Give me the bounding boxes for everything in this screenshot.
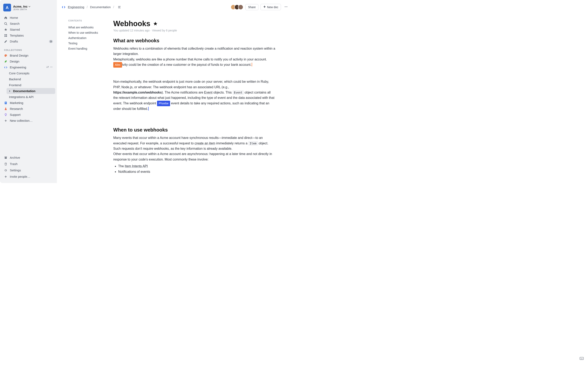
leaf-icon bbox=[4, 60, 8, 63]
sort-icon[interactable] bbox=[46, 66, 49, 69]
event-link[interactable]: Event bbox=[204, 91, 212, 94]
svg-rect-19 bbox=[5, 158, 7, 159]
doc-backend[interactable]: Backend bbox=[7, 76, 55, 82]
doc-label: Frontend bbox=[9, 83, 21, 87]
palette-icon bbox=[4, 54, 8, 57]
breadcrumb-documentation[interactable]: Documentation bbox=[90, 5, 111, 9]
svg-line-1 bbox=[6, 24, 7, 25]
notes-icon bbox=[4, 101, 8, 105]
nav-archive[interactable]: Archive bbox=[2, 154, 55, 161]
toc-item[interactable]: Event handling bbox=[68, 46, 113, 51]
star-icon[interactable] bbox=[153, 22, 158, 26]
svg-point-6 bbox=[5, 55, 5, 56]
code-icon bbox=[62, 5, 65, 9]
title-text: Webhooks bbox=[113, 19, 150, 28]
nav-label: Templates bbox=[10, 34, 24, 37]
breadcrumb-engineering[interactable]: Engineering bbox=[68, 5, 84, 9]
page-title: Webhooks bbox=[113, 19, 276, 28]
plus-icon bbox=[263, 5, 266, 9]
document-body[interactable]: Webhooks You updated 12 minutes ago · Vi… bbox=[113, 12, 294, 183]
heading-what-are-webhooks: What are webhooks bbox=[113, 38, 276, 44]
nav-label: Home bbox=[10, 16, 18, 19]
nav-label: Starred bbox=[10, 28, 20, 31]
collections-section-label: COLLECTIONS bbox=[0, 46, 57, 53]
list-item: Notifications of events bbox=[118, 169, 276, 175]
collection-brand-design[interactable]: Brand Design bbox=[2, 53, 55, 58]
toc-item[interactable]: Authentication bbox=[68, 35, 113, 41]
breadcrumb-sep: / bbox=[113, 5, 114, 9]
svg-point-10 bbox=[51, 67, 52, 67]
paragraph: Non-metaphorically, the webhook endpoint… bbox=[113, 79, 276, 112]
nav-starred[interactable]: Starred bbox=[2, 27, 55, 32]
doc-core-concepts[interactable]: Core Concepts bbox=[7, 70, 55, 76]
facepile[interactable] bbox=[231, 5, 243, 10]
code-icon bbox=[4, 66, 8, 69]
chevron-down-icon bbox=[28, 5, 31, 8]
paragraph: Metaphorically, webhooks are like a phon… bbox=[113, 57, 276, 68]
svg-point-11 bbox=[52, 67, 53, 67]
nav-templates[interactable]: Templates bbox=[2, 32, 55, 38]
share-button[interactable]: Share bbox=[245, 4, 258, 10]
list-item: The Item Intents API bbox=[118, 163, 276, 169]
gear-icon bbox=[4, 169, 8, 172]
svg-point-28 bbox=[286, 6, 286, 7]
nav-drafts[interactable]: Drafts 3 bbox=[2, 38, 55, 44]
doc-integrations[interactable]: Integrations & API bbox=[7, 94, 55, 100]
collection-research[interactable]: Research bbox=[2, 106, 55, 112]
svg-rect-18 bbox=[5, 157, 7, 157]
nav-trash[interactable]: Trash bbox=[2, 161, 55, 167]
svg-rect-3 bbox=[6, 34, 7, 35]
toc-item[interactable]: Testing bbox=[68, 41, 113, 46]
nav-search[interactable]: Search bbox=[2, 21, 55, 27]
doc-label: Core Concepts bbox=[9, 71, 30, 75]
nav-label: Archive bbox=[10, 156, 20, 159]
collection-support[interactable]: Support bbox=[2, 112, 55, 118]
collection-label: Research bbox=[10, 107, 23, 110]
text: Non-metaphorically, the webhook endpoint… bbox=[113, 80, 269, 89]
nav-settings[interactable]: Settings bbox=[2, 167, 55, 173]
nav-home[interactable]: Home bbox=[2, 15, 55, 21]
collection-label: Brand Design bbox=[10, 54, 28, 57]
svg-point-27 bbox=[285, 6, 285, 7]
text: The bbox=[118, 164, 125, 168]
workspace-name: Acme, Inc bbox=[13, 5, 28, 8]
more-button[interactable] bbox=[283, 4, 289, 10]
toc-item[interactable]: When to use webhooks bbox=[68, 30, 113, 35]
new-doc-button[interactable]: New doc bbox=[260, 4, 281, 10]
svg-point-8 bbox=[6, 55, 7, 56]
new-collection[interactable]: New collection… bbox=[2, 118, 55, 123]
more-icon[interactable] bbox=[50, 66, 53, 69]
nav-label: Invite people… bbox=[10, 175, 30, 178]
doc-documentation[interactable]: Documentation bbox=[7, 88, 55, 94]
doc-frontend[interactable]: Frontend bbox=[7, 82, 55, 88]
sidebar: A Acme, Inc JENN SMITH Home Search bbox=[0, 0, 57, 183]
main-content: Engineering / Documentation / Share New … bbox=[57, 0, 294, 183]
toc-toggle-icon[interactable] bbox=[118, 6, 121, 9]
paragraph: Other events that occur within a Acme ac… bbox=[113, 151, 276, 162]
svg-point-15 bbox=[5, 114, 7, 115]
templates-icon bbox=[4, 34, 8, 37]
toc-item[interactable]: What are webhooks bbox=[68, 25, 113, 30]
home-icon bbox=[4, 16, 8, 19]
collection-engineering[interactable]: Engineering bbox=[2, 64, 55, 70]
nav-invite[interactable]: Invite people… bbox=[2, 173, 55, 180]
heading-when-to-use: When to use webhooks bbox=[113, 127, 276, 133]
disclosure-icon[interactable] bbox=[9, 90, 11, 92]
svg-rect-4 bbox=[5, 36, 6, 37]
workspace-switcher[interactable]: A Acme, Inc JENN SMITH bbox=[0, 2, 57, 14]
trash-icon bbox=[4, 162, 8, 166]
collection-label: Design bbox=[10, 60, 19, 63]
flask-icon bbox=[4, 107, 8, 110]
svg-point-0 bbox=[5, 23, 7, 24]
code-inline: Event bbox=[233, 91, 244, 95]
collection-marketing[interactable]: Marketing bbox=[2, 100, 55, 106]
collection-design[interactable]: Design bbox=[2, 58, 55, 64]
doc-label: Backend bbox=[9, 77, 21, 81]
nav-label: Trash bbox=[10, 162, 18, 166]
create-item-link[interactable]: create an item bbox=[195, 142, 215, 145]
table-of-contents: CONTENTS What are webhooks When to use w… bbox=[68, 12, 113, 183]
item-intents-link[interactable]: Item Intents API bbox=[125, 164, 148, 168]
nav-label: Settings bbox=[10, 168, 21, 172]
plus-icon bbox=[4, 119, 8, 122]
collection-label: Engineering bbox=[10, 66, 26, 69]
